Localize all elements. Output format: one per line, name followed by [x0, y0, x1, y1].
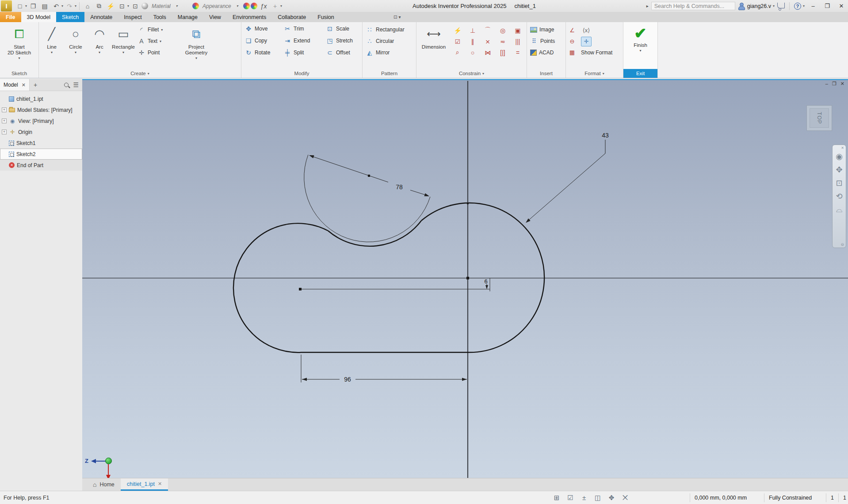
- undo-icon[interactable]: ↶: [51, 1, 61, 11]
- degrees-of-freedom-icon[interactable]: ✥: [607, 493, 616, 503]
- stretch-button[interactable]: ◳ Stretch: [324, 35, 363, 46]
- slice-graphics-icon[interactable]: ◫: [593, 493, 603, 503]
- ifeature-bolt-icon[interactable]: ⚡: [105, 1, 116, 11]
- tree-item-part[interactable]: chitiet_1.ipt: [0, 93, 82, 104]
- minimize-button[interactable]: –: [807, 1, 819, 11]
- navigation-wheel-icon[interactable]: ◉: [836, 150, 843, 163]
- redo-caret-icon[interactable]: ▾: [75, 4, 76, 8]
- navbar-minimize-icon[interactable]: ⊖: [840, 242, 846, 248]
- sketch-only-button[interactable]: ▦: [567, 48, 577, 57]
- help-icon[interactable]: ?: [794, 3, 801, 10]
- constraint-settings-button[interactable]: ☑: [450, 36, 465, 47]
- point-button[interactable]: ✛ Point: [135, 47, 176, 58]
- show-format-button[interactable]: Show Format: [581, 50, 612, 56]
- doc-restore-icon[interactable]: ❐: [832, 81, 837, 87]
- circle-button[interactable]: ○ Circle ▾: [64, 23, 88, 68]
- save-icon[interactable]: ▤: [39, 1, 50, 11]
- create-panel-label[interactable]: Create▾: [39, 69, 241, 78]
- finish-sketch-button[interactable]: ✔ Finish ▾: [625, 23, 656, 68]
- document-tab-chitiet1[interactable]: chitiet_1.ipt ✕: [121, 478, 168, 491]
- doc-close-icon[interactable]: ✕: [840, 81, 844, 87]
- tab-3d-model[interactable]: 3D Model: [21, 12, 57, 22]
- redo-icon[interactable]: ↷: [64, 1, 75, 11]
- offset-button[interactable]: ⊂ Offset: [324, 47, 363, 58]
- orbit-icon[interactable]: ⟲: [836, 190, 842, 203]
- parameters-fx-icon[interactable]: ƒx: [258, 1, 269, 11]
- start-2d-sketch-button[interactable]: ⧠ Start 2D Sketch ▾: [2, 23, 37, 68]
- clear-appearance-icon[interactable]: [251, 3, 257, 9]
- profile-dip-arc[interactable]: [328, 221, 421, 246]
- grid-snap-icon[interactable]: ⊞: [552, 493, 562, 503]
- fix-constraint-button[interactable]: ▣: [510, 25, 525, 36]
- tab-sketch[interactable]: Sketch: [56, 12, 84, 22]
- rotate-button[interactable]: ↻ Rotate: [242, 47, 281, 58]
- centerline-button[interactable]: ∠: [567, 26, 577, 35]
- appearance-combo[interactable]: Appearance ▾: [200, 2, 242, 11]
- dimension-78[interactable]: 78: [309, 154, 430, 198]
- dimension-button[interactable]: ⟷ Dimension: [417, 23, 450, 68]
- home-tab[interactable]: ⌂ Home: [87, 478, 121, 491]
- profile-outline[interactable]: [233, 203, 544, 352]
- line-button[interactable]: ╱ Line ▾: [40, 23, 64, 68]
- copy-screen-icon[interactable]: ⧉: [94, 1, 104, 11]
- text-button[interactable]: A Text ▾: [135, 36, 176, 46]
- format-panel-label[interactable]: Format▾: [566, 69, 623, 78]
- rectangular-pattern-button[interactable]: ∷ Rectangular: [363, 24, 415, 35]
- graphics-canvas[interactable]: 78 43 6 96: [82, 79, 848, 478]
- split-button[interactable]: ╪ Split: [281, 47, 324, 58]
- equal-constraint-button[interactable]: =: [510, 47, 525, 58]
- tree-item-view[interactable]: + ◉ View: [Primary]: [0, 115, 82, 126]
- center-point-button[interactable]: ✛: [581, 37, 592, 46]
- insert-points-button[interactable]: ⠿ Points: [528, 36, 565, 46]
- perpendicular-constraint-button[interactable]: ⊥: [465, 25, 480, 36]
- auto-dimension-button[interactable]: ⚡: [450, 25, 465, 36]
- fillet-button[interactable]: ◜ Fillet ▾: [135, 24, 176, 35]
- measure-icon[interactable]: ⊡: [130, 1, 141, 11]
- constrain-panel-label[interactable]: Constrain▾: [416, 69, 527, 78]
- doc-minimize-icon[interactable]: –: [825, 81, 828, 87]
- mirror-button[interactable]: ◭ Mirror: [363, 47, 415, 58]
- parallel-constraint-button[interactable]: ∥: [465, 36, 480, 47]
- look-at-icon[interactable]: ⌓: [836, 203, 842, 216]
- search-input[interactable]: Search Help & Commands...: [651, 2, 735, 10]
- adjust-material-icon[interactable]: [243, 3, 250, 9]
- new-file-caret-icon[interactable]: ▾: [25, 4, 27, 8]
- document-tab-close-icon[interactable]: ✕: [158, 481, 162, 487]
- driven-dimension-button[interactable]: ⟨x⟩: [581, 26, 592, 35]
- concentric-constraint-button[interactable]: ◎: [495, 25, 510, 36]
- insert-image-button[interactable]: Image: [528, 24, 565, 35]
- tab-inspect[interactable]: Inspect: [118, 12, 147, 22]
- help-caret-icon[interactable]: ▾: [803, 4, 805, 8]
- show-constraints-button[interactable]: ⌕: [450, 47, 465, 58]
- smooth-constraint-button[interactable]: ○: [465, 47, 480, 58]
- dimension-96[interactable]: 96: [301, 355, 467, 383]
- insert-acad-button[interactable]: ACAD: [528, 47, 565, 58]
- browser-tab-model[interactable]: Model ✕: [0, 79, 30, 91]
- user-menu-caret-icon[interactable]: ▾: [773, 4, 775, 8]
- rectangle-button[interactable]: ▭ Rectangle ▾: [111, 23, 135, 68]
- copy-button[interactable]: ❏ Copy: [242, 35, 281, 46]
- tab-annotate[interactable]: Annotate: [84, 12, 118, 22]
- symmetric-constraint-button[interactable]: ⋈: [480, 47, 495, 58]
- restore-button[interactable]: ❐: [821, 1, 833, 11]
- new-file-icon[interactable]: □: [15, 1, 25, 11]
- constraint-visibility-icon[interactable]: ☑: [565, 493, 575, 503]
- app-store-cart-icon[interactable]: [777, 3, 785, 8]
- tree-item-sketch1[interactable]: Sketch1: [0, 137, 82, 149]
- add-command-icon[interactable]: +: [270, 1, 280, 11]
- tangent-constraint-button[interactable]: ⌒: [480, 25, 495, 36]
- tree-item-sketch2[interactable]: Sketch2: [0, 149, 82, 160]
- collinear-constraint-button[interactable]: [|]: [495, 47, 510, 58]
- scale-button[interactable]: ⊡ Scale: [324, 23, 363, 34]
- finish-caret-icon[interactable]: ▾: [639, 49, 641, 53]
- circular-pattern-button[interactable]: ∴ Circular: [363, 36, 415, 46]
- tab-environments[interactable]: Environments: [227, 12, 272, 22]
- view-cube[interactable]: TOP: [806, 105, 832, 131]
- image-capture-icon[interactable]: ⊡: [117, 1, 127, 11]
- capture-caret-icon[interactable]: ▾: [127, 4, 129, 8]
- tab-manage[interactable]: Manage: [172, 12, 203, 22]
- inventor-logo-icon[interactable]: I: [1, 0, 12, 11]
- toolbar-options-caret-icon[interactable]: ▾: [280, 4, 282, 8]
- material-combo-caret-icon[interactable]: ▾: [176, 4, 178, 8]
- browser-search-icon[interactable]: [64, 83, 69, 87]
